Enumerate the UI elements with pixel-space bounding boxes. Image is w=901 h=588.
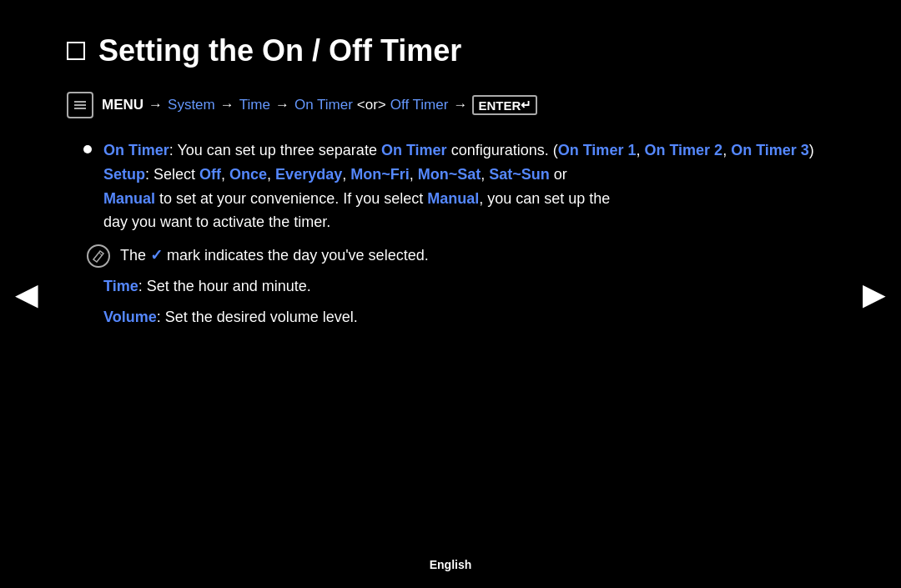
- page-container: Setting the On / Off Timer MENU → System…: [0, 0, 901, 588]
- sat-sun-option: Sat~Sun: [489, 166, 550, 183]
- arrow-3: →: [275, 97, 289, 113]
- or-label-menu: <or>: [357, 97, 386, 113]
- arrow-4: →: [453, 97, 467, 113]
- comma1: ,: [636, 142, 644, 158]
- time-desc: : Set the hour and minute.: [138, 278, 311, 294]
- footer-language: English: [430, 558, 472, 571]
- everyday-option: Everyday: [275, 166, 342, 183]
- note-row: The ✓ mark indicates the day you've sele…: [83, 244, 834, 268]
- on-timer-label: On Timer: [103, 142, 169, 158]
- sep1: ,: [221, 166, 229, 183]
- title-checkbox: [67, 42, 85, 60]
- note-icon: [87, 244, 110, 268]
- manual-label: Manual: [103, 190, 155, 207]
- menu-path-row: MENU → System → Time → On Timer <or> Off…: [67, 92, 834, 118]
- menu-icon-inner: [74, 101, 86, 109]
- note-the: The: [120, 247, 146, 264]
- mon-sat-option: Mon~Sat: [418, 166, 481, 183]
- arrow-2: →: [220, 97, 234, 113]
- close-paren: ): [809, 142, 814, 158]
- sep2: ,: [267, 166, 275, 183]
- on-timer-bullet: On Timer: You can set up three separate …: [83, 138, 834, 234]
- once-option: Once: [229, 166, 267, 183]
- time-label-content: Time: [103, 278, 138, 294]
- note-rest: mark indicates the day you've selected.: [167, 247, 429, 264]
- on-timer-3: On Timer 3: [731, 142, 809, 158]
- on-timer-configs: configurations. (: [451, 142, 558, 158]
- page-title: Setting the On / Off Timer: [98, 33, 461, 68]
- on-timer-2: On Timer 2: [644, 142, 722, 158]
- nav-arrow-right[interactable]: ▶: [863, 277, 886, 312]
- on-timer-1: On Timer 1: [558, 142, 637, 158]
- time-label-menu: Time: [239, 97, 270, 113]
- time-row: Time: Set the hour and minute.: [83, 274, 834, 299]
- off-timer-menu: Off Timer: [390, 97, 449, 113]
- manual-label2: Manual: [427, 190, 479, 207]
- manual-desc: to set at your convenience. If you selec…: [155, 190, 427, 207]
- title-row: Setting the On / Off Timer: [67, 33, 834, 68]
- on-timer-intro: : You can set up three separate: [169, 142, 377, 158]
- menu-label: MENU: [102, 97, 143, 113]
- sep3: ,: [342, 166, 350, 183]
- nav-arrow-left[interactable]: ◀: [15, 277, 38, 312]
- svg-line-0: [98, 253, 102, 256]
- enter-button-icon: ENTER↵: [472, 95, 537, 115]
- bullet-dot: [83, 145, 92, 153]
- arrow-1: →: [148, 97, 163, 113]
- setup-intro: : Select: [145, 166, 199, 183]
- setup-label: Setup: [103, 166, 145, 183]
- volume-row: Volume: Set the desired volume level.: [83, 305, 834, 329]
- comma2: ,: [722, 142, 731, 158]
- sep5: ,: [481, 166, 489, 183]
- system-label: System: [168, 97, 215, 113]
- sep4: ,: [410, 166, 418, 183]
- footer: English: [430, 558, 472, 571]
- pencil-icon: [92, 249, 105, 263]
- off-option: Off: [199, 166, 221, 183]
- content-area: On Timer: You can set up three separate …: [67, 138, 834, 329]
- manual-desc3: day you want to activate the timer.: [103, 214, 330, 230]
- volume-desc: : Set the desired volume level.: [157, 309, 358, 325]
- enter-label: ENTER: [478, 98, 521, 113]
- on-timer-menu: On Timer: [294, 97, 353, 113]
- checkmark-symbol: ✓: [150, 247, 167, 264]
- volume-label: Volume: [103, 309, 157, 325]
- on-timer-bold2: On Timer: [381, 142, 447, 158]
- manual-desc2: , you can set up the: [479, 190, 610, 207]
- or-text: or: [550, 166, 567, 183]
- menu-icon: [67, 92, 93, 118]
- mon-fri-option: Mon~Fri: [350, 166, 410, 183]
- note-text-content: The ✓ mark indicates the day you've sele…: [120, 244, 429, 267]
- bullet-text: On Timer: You can set up three separate …: [103, 138, 834, 234]
